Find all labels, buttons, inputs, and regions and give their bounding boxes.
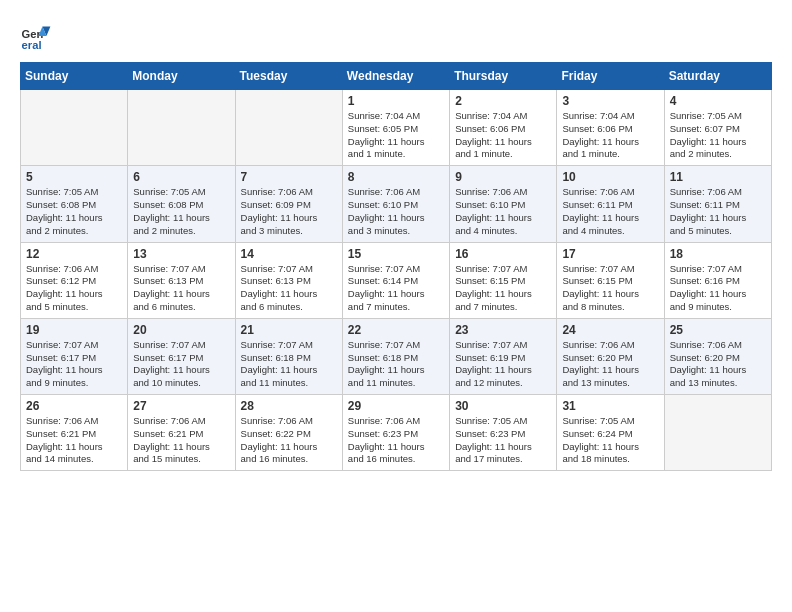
day-number: 25 [670,323,766,337]
calendar-week-row: 26Sunrise: 7:06 AM Sunset: 6:21 PM Dayli… [21,395,772,471]
calendar-day-cell: 14Sunrise: 7:07 AM Sunset: 6:13 PM Dayli… [235,242,342,318]
calendar-day-cell: 6Sunrise: 7:05 AM Sunset: 6:08 PM Daylig… [128,166,235,242]
calendar-day-cell: 18Sunrise: 7:07 AM Sunset: 6:16 PM Dayli… [664,242,771,318]
day-info: Sunrise: 7:04 AM Sunset: 6:06 PM Dayligh… [455,110,551,161]
day-number: 23 [455,323,551,337]
day-number: 28 [241,399,337,413]
day-info: Sunrise: 7:05 AM Sunset: 6:08 PM Dayligh… [26,186,122,237]
day-info: Sunrise: 7:06 AM Sunset: 6:22 PM Dayligh… [241,415,337,466]
calendar-day-cell: 20Sunrise: 7:07 AM Sunset: 6:17 PM Dayli… [128,318,235,394]
day-number: 15 [348,247,444,261]
calendar-day-cell: 2Sunrise: 7:04 AM Sunset: 6:06 PM Daylig… [450,90,557,166]
calendar-day-cell: 17Sunrise: 7:07 AM Sunset: 6:15 PM Dayli… [557,242,664,318]
day-info: Sunrise: 7:07 AM Sunset: 6:15 PM Dayligh… [562,263,658,314]
calendar-day-cell: 15Sunrise: 7:07 AM Sunset: 6:14 PM Dayli… [342,242,449,318]
calendar-day-cell: 7Sunrise: 7:06 AM Sunset: 6:09 PM Daylig… [235,166,342,242]
day-info: Sunrise: 7:05 AM Sunset: 6:07 PM Dayligh… [670,110,766,161]
day-number: 18 [670,247,766,261]
day-number: 1 [348,94,444,108]
day-info: Sunrise: 7:05 AM Sunset: 6:08 PM Dayligh… [133,186,229,237]
svg-text:eral: eral [22,39,42,51]
day-info: Sunrise: 7:04 AM Sunset: 6:05 PM Dayligh… [348,110,444,161]
day-info: Sunrise: 7:07 AM Sunset: 6:16 PM Dayligh… [670,263,766,314]
day-info: Sunrise: 7:07 AM Sunset: 6:13 PM Dayligh… [133,263,229,314]
day-number: 5 [26,170,122,184]
logo-icon: Gen eral [20,20,52,52]
calendar-day-cell [128,90,235,166]
day-number: 3 [562,94,658,108]
day-number: 24 [562,323,658,337]
day-number: 14 [241,247,337,261]
day-number: 26 [26,399,122,413]
calendar-week-row: 12Sunrise: 7:06 AM Sunset: 6:12 PM Dayli… [21,242,772,318]
day-number: 30 [455,399,551,413]
day-number: 31 [562,399,658,413]
day-of-week-header: Wednesday [342,63,449,90]
day-info: Sunrise: 7:06 AM Sunset: 6:21 PM Dayligh… [133,415,229,466]
day-info: Sunrise: 7:07 AM Sunset: 6:15 PM Dayligh… [455,263,551,314]
day-of-week-header: Monday [128,63,235,90]
calendar-week-row: 1Sunrise: 7:04 AM Sunset: 6:05 PM Daylig… [21,90,772,166]
day-info: Sunrise: 7:06 AM Sunset: 6:23 PM Dayligh… [348,415,444,466]
day-info: Sunrise: 7:07 AM Sunset: 6:18 PM Dayligh… [241,339,337,390]
day-number: 13 [133,247,229,261]
calendar-day-cell: 8Sunrise: 7:06 AM Sunset: 6:10 PM Daylig… [342,166,449,242]
day-number: 8 [348,170,444,184]
calendar-header-row: SundayMondayTuesdayWednesdayThursdayFrid… [21,63,772,90]
day-number: 29 [348,399,444,413]
day-number: 16 [455,247,551,261]
day-info: Sunrise: 7:06 AM Sunset: 6:11 PM Dayligh… [562,186,658,237]
logo: Gen eral [20,20,54,52]
calendar-day-cell: 3Sunrise: 7:04 AM Sunset: 6:06 PM Daylig… [557,90,664,166]
day-info: Sunrise: 7:04 AM Sunset: 6:06 PM Dayligh… [562,110,658,161]
calendar-day-cell: 5Sunrise: 7:05 AM Sunset: 6:08 PM Daylig… [21,166,128,242]
day-info: Sunrise: 7:06 AM Sunset: 6:20 PM Dayligh… [670,339,766,390]
day-number: 22 [348,323,444,337]
calendar-day-cell: 22Sunrise: 7:07 AM Sunset: 6:18 PM Dayli… [342,318,449,394]
day-number: 19 [26,323,122,337]
day-number: 7 [241,170,337,184]
calendar-day-cell: 30Sunrise: 7:05 AM Sunset: 6:23 PM Dayli… [450,395,557,471]
day-info: Sunrise: 7:07 AM Sunset: 6:17 PM Dayligh… [26,339,122,390]
calendar-day-cell: 13Sunrise: 7:07 AM Sunset: 6:13 PM Dayli… [128,242,235,318]
day-number: 17 [562,247,658,261]
calendar-day-cell: 29Sunrise: 7:06 AM Sunset: 6:23 PM Dayli… [342,395,449,471]
calendar-day-cell: 19Sunrise: 7:07 AM Sunset: 6:17 PM Dayli… [21,318,128,394]
day-of-week-header: Saturday [664,63,771,90]
day-number: 27 [133,399,229,413]
day-number: 12 [26,247,122,261]
day-info: Sunrise: 7:07 AM Sunset: 6:17 PM Dayligh… [133,339,229,390]
calendar-table: SundayMondayTuesdayWednesdayThursdayFrid… [20,62,772,471]
day-of-week-header: Sunday [21,63,128,90]
day-of-week-header: Tuesday [235,63,342,90]
day-number: 20 [133,323,229,337]
day-info: Sunrise: 7:05 AM Sunset: 6:23 PM Dayligh… [455,415,551,466]
day-info: Sunrise: 7:06 AM Sunset: 6:12 PM Dayligh… [26,263,122,314]
day-info: Sunrise: 7:06 AM Sunset: 6:10 PM Dayligh… [348,186,444,237]
calendar-day-cell: 27Sunrise: 7:06 AM Sunset: 6:21 PM Dayli… [128,395,235,471]
day-of-week-header: Friday [557,63,664,90]
calendar-day-cell: 16Sunrise: 7:07 AM Sunset: 6:15 PM Dayli… [450,242,557,318]
calendar-day-cell: 11Sunrise: 7:06 AM Sunset: 6:11 PM Dayli… [664,166,771,242]
calendar-day-cell: 4Sunrise: 7:05 AM Sunset: 6:07 PM Daylig… [664,90,771,166]
calendar-day-cell: 9Sunrise: 7:06 AM Sunset: 6:10 PM Daylig… [450,166,557,242]
day-info: Sunrise: 7:07 AM Sunset: 6:13 PM Dayligh… [241,263,337,314]
calendar-day-cell: 23Sunrise: 7:07 AM Sunset: 6:19 PM Dayli… [450,318,557,394]
calendar-day-cell: 10Sunrise: 7:06 AM Sunset: 6:11 PM Dayli… [557,166,664,242]
day-info: Sunrise: 7:06 AM Sunset: 6:21 PM Dayligh… [26,415,122,466]
calendar-day-cell [664,395,771,471]
day-info: Sunrise: 7:07 AM Sunset: 6:19 PM Dayligh… [455,339,551,390]
day-info: Sunrise: 7:06 AM Sunset: 6:09 PM Dayligh… [241,186,337,237]
day-number: 21 [241,323,337,337]
calendar-day-cell: 12Sunrise: 7:06 AM Sunset: 6:12 PM Dayli… [21,242,128,318]
day-number: 10 [562,170,658,184]
day-number: 2 [455,94,551,108]
calendar-day-cell: 28Sunrise: 7:06 AM Sunset: 6:22 PM Dayli… [235,395,342,471]
day-info: Sunrise: 7:06 AM Sunset: 6:10 PM Dayligh… [455,186,551,237]
day-info: Sunrise: 7:07 AM Sunset: 6:14 PM Dayligh… [348,263,444,314]
day-number: 9 [455,170,551,184]
calendar-day-cell: 26Sunrise: 7:06 AM Sunset: 6:21 PM Dayli… [21,395,128,471]
calendar-day-cell [21,90,128,166]
calendar-day-cell [235,90,342,166]
day-number: 4 [670,94,766,108]
